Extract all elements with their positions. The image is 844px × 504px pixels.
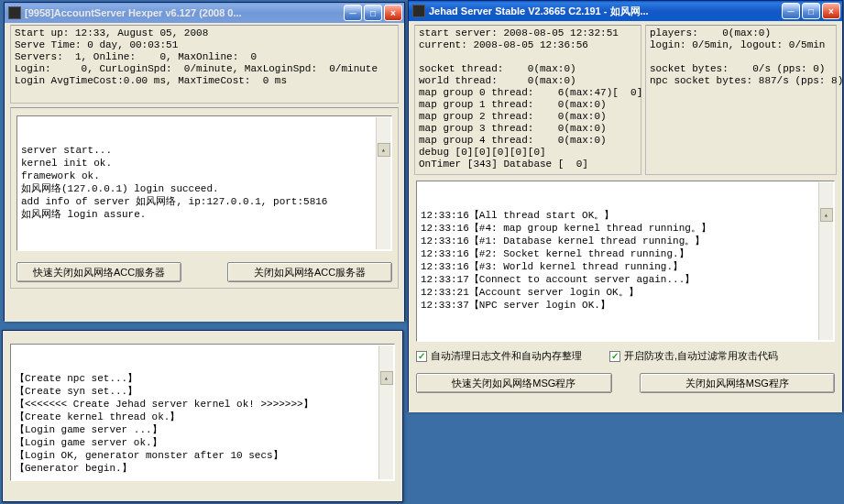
- titlebar[interactable]: [9958]AccountServer Hexper v6.127 (2008 …: [5, 3, 404, 23]
- left-status-text: start server: 2008-08-05 12:32:51 curren…: [415, 26, 641, 172]
- scroll-up-button[interactable]: ▴: [378, 143, 390, 157]
- minimize-button[interactable]: ─: [344, 5, 362, 21]
- right-status-text: players: 0(max:0) login: 0/5min, logout:…: [646, 26, 836, 89]
- scrollbar[interactable]: ▴ ▾: [378, 345, 393, 479]
- fast-close-acc-button[interactable]: 快速关闭如风网络ACC服务器: [16, 262, 181, 282]
- scroll-up-button[interactable]: ▴: [380, 371, 393, 385]
- server-status-text: Start up: 12:33, August 05, 2008 Serve T…: [11, 26, 398, 89]
- check-icon: ✓: [609, 351, 620, 362]
- checkbox-label: 开启防攻击,自动过滤常用攻击代码: [624, 349, 778, 363]
- scroll-up-button[interactable]: ▴: [820, 208, 833, 222]
- kernel-log-text: 【Create npc set...】 【Create syn set...】 …: [15, 372, 390, 475]
- kernel-log-panel: 【Create npc set...】 【Create syn set...】 …: [10, 344, 395, 481]
- checkbox-label: 自动清理日志文件和自动内存整理: [431, 349, 582, 363]
- app-icon: [8, 6, 21, 19]
- titlebar[interactable]: Jehad Server Stable V2.3665 C2.191 - 如风网…: [409, 1, 842, 21]
- close-button[interactable]: ×: [822, 3, 840, 19]
- maximize-button[interactable]: □: [802, 3, 820, 19]
- lower-window: 【Create npc set...】 【Create syn set...】 …: [2, 330, 403, 502]
- window-title: [9958]AccountServer Hexper v6.127 (2008 …: [25, 7, 342, 18]
- log-panel: server start... kernel init ok. framewor…: [16, 115, 392, 251]
- left-status-panel: start server: 2008-08-05 12:32:51 curren…: [414, 25, 641, 175]
- close-acc-button[interactable]: 关闭如风网络ACC服务器: [227, 262, 392, 282]
- anti-attack-checkbox[interactable]: ✓ 开启防攻击,自动过滤常用攻击代码: [609, 349, 778, 363]
- app-icon: [412, 5, 425, 17]
- auto-clean-checkbox[interactable]: ✓ 自动清理日志文件和自动内存整理: [416, 349, 582, 363]
- jehad-server-window: Jehad Server Stable V2.3665 C2.191 - 如风网…: [408, 0, 843, 411]
- check-icon: ✓: [416, 351, 427, 362]
- close-msg-button[interactable]: 关闭如风网络MSG程序: [640, 373, 836, 393]
- main-log-text: 12:33:16【All thread start OK。】 12:33:16【…: [421, 209, 830, 312]
- account-server-window: [9958]AccountServer Hexper v6.127 (2008 …: [4, 2, 405, 321]
- window-title: Jehad Server Stable V2.3665 C2.191 - 如风网…: [429, 5, 780, 18]
- maximize-button[interactable]: □: [364, 5, 382, 21]
- main-log-panel: 12:33:16【All thread start OK。】 12:33:16【…: [416, 181, 835, 342]
- right-status-panel: players: 0(max:0) login: 0/5min, logout:…: [645, 25, 837, 175]
- scrollbar[interactable]: ▴ ▾: [818, 182, 833, 340]
- fast-close-msg-button[interactable]: 快速关闭如风网络MSG程序: [416, 373, 612, 393]
- scrollbar[interactable]: ▴ ▾: [376, 117, 390, 249]
- close-button[interactable]: ×: [384, 5, 402, 21]
- minimize-button[interactable]: ─: [782, 3, 800, 19]
- log-text: server start... kernel init ok. framewor…: [21, 144, 388, 221]
